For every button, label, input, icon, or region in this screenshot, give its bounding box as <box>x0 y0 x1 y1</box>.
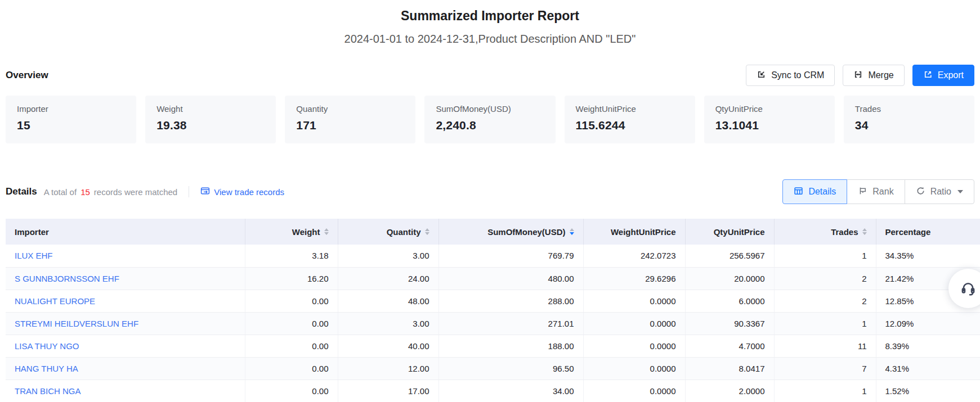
importer-link[interactable]: TRAN BICH NGA <box>15 386 81 396</box>
cell-quantity: 3.00 <box>338 245 438 267</box>
cell-qtyunitprice: 256.5967 <box>685 245 774 267</box>
cell-weight: 0.00 <box>245 290 338 312</box>
cell-sumofmoney: 271.01 <box>438 312 583 335</box>
importer-link[interactable]: STREYMI HEILDVERSLUN EHF <box>15 319 138 328</box>
table-row: HANG THUY HA 0.00 12.00 96.50 0.0000 8.0… <box>6 357 980 380</box>
cell-weightunitprice: 29.6296 <box>583 267 685 290</box>
export-label: Export <box>938 70 964 80</box>
cell-percentage: 4.31% <box>876 357 980 380</box>
table-row: STREYMI HEILDVERSLUN EHF 0.00 3.00 271.0… <box>6 312 980 335</box>
stat-value: 34 <box>855 119 963 132</box>
table-icon <box>794 186 803 198</box>
table-row: TRAN BICH NGA 0.00 17.00 34.00 0.0000 2.… <box>6 380 980 402</box>
rank-icon <box>858 186 867 198</box>
stat-card-qtyunitprice: QtyUnitPrice 13.1041 <box>704 96 835 143</box>
cell-weightunitprice: 242.0723 <box>583 245 685 267</box>
sync-icon <box>757 70 766 82</box>
sort-caret-icon[interactable] <box>324 228 329 235</box>
cell-weightunitprice: 0.0000 <box>583 290 685 312</box>
cell-percentage: 1.52% <box>876 380 980 402</box>
table-row: ILUX EHF 3.18 3.00 769.79 242.0723 256.5… <box>6 245 980 267</box>
cell-trades: 2 <box>774 290 876 312</box>
cell-qtyunitprice: 20.0000 <box>685 267 774 290</box>
vertical-divider <box>189 186 189 197</box>
stat-value: 19.38 <box>156 119 265 132</box>
importer-link[interactable]: HANG THUY HA <box>15 364 78 373</box>
view-switcher: Details Rank Ratio <box>782 179 974 204</box>
importer-link[interactable]: LISA THUY NGO <box>15 341 79 351</box>
match-summary-suffix: records were matched <box>94 187 177 197</box>
column-label: Importer <box>15 227 49 237</box>
table-row: S GUNNBJORNSSON EHF 16.20 24.00 480.00 2… <box>6 267 980 290</box>
cell-quantity: 40.00 <box>338 335 438 357</box>
importer-link[interactable]: ILUX EHF <box>15 251 53 260</box>
stat-value: 13.1041 <box>715 119 824 132</box>
caret-down-icon <box>957 190 963 193</box>
cell-trades: 1 <box>774 245 876 267</box>
importer-link[interactable]: S GUNNBJORNSSON EHF <box>15 274 119 283</box>
tab-details[interactable]: Details <box>782 179 847 204</box>
page-subtitle: 2024-01-01 to 2024-12-31,Product Descrip… <box>0 33 980 46</box>
cell-trades: 2 <box>774 267 876 290</box>
cell-sumofmoney: 480.00 <box>438 267 583 290</box>
details-heading: Details <box>6 186 37 197</box>
sync-to-crm-button[interactable]: Sync to CRM <box>746 65 835 86</box>
view-trade-records-label: View trade records <box>214 187 284 197</box>
headset-icon <box>960 279 977 298</box>
details-bar: Details A total of 15 records were match… <box>6 179 974 204</box>
importer-table: Importer Weight Quantity SumOfMoney(USD)… <box>6 219 980 402</box>
overview-cards: Importer 15 Weight 19.38 Quantity 171 Su… <box>6 96 974 143</box>
column-header-weight[interactable]: Weight <box>245 219 338 245</box>
cell-qtyunitprice: 6.0000 <box>685 290 774 312</box>
stat-card-quantity: Quantity 171 <box>285 96 415 143</box>
cell-sumofmoney: 34.00 <box>438 380 583 402</box>
stat-label: Trades <box>855 104 963 114</box>
stat-card-weightunitprice: WeightUnitPrice 115.6244 <box>565 96 695 143</box>
sort-caret-icon[interactable] <box>570 228 574 235</box>
cell-weightunitprice: 0.0000 <box>583 380 685 402</box>
overview-heading: Overview <box>6 70 48 81</box>
sort-caret-icon[interactable] <box>425 228 429 235</box>
tab-ratio-label: Ratio <box>930 187 951 197</box>
column-header-weightunitprice: WeightUnitPrice <box>583 219 685 245</box>
stat-value: 2,240.8 <box>436 119 544 132</box>
importer-link[interactable]: NUALIGHT EUROPE <box>15 296 95 306</box>
cell-qtyunitprice: 2.0000 <box>685 380 774 402</box>
stat-card-trades: Trades 34 <box>844 96 974 143</box>
export-button[interactable]: Export <box>912 65 974 86</box>
details-summary: Details A total of 15 records were match… <box>6 186 284 197</box>
cell-weight: 16.20 <box>245 267 338 290</box>
tab-rank[interactable]: Rank <box>847 179 905 204</box>
table-header-row: Importer Weight Quantity SumOfMoney(USD)… <box>6 219 980 245</box>
cell-weight: 0.00 <box>245 357 338 380</box>
cell-sumofmoney: 188.00 <box>438 335 583 357</box>
cell-trades: 7 <box>774 357 876 380</box>
stat-label: SumOfMoney(USD) <box>436 104 544 114</box>
column-header-importer: Importer <box>6 219 245 245</box>
sort-caret-icon[interactable] <box>862 228 867 235</box>
tab-ratio[interactable]: Ratio <box>905 179 974 204</box>
cell-quantity: 17.00 <box>338 380 438 402</box>
cell-weight: 0.00 <box>245 380 338 402</box>
match-summary: A total of 15 records were matched <box>44 187 177 197</box>
stat-label: Importer <box>17 104 125 114</box>
cell-sumofmoney: 96.50 <box>438 357 583 380</box>
page-title: Summarized Importer Report <box>0 0 980 24</box>
stat-label: WeightUnitPrice <box>576 104 684 114</box>
view-trade-records-link[interactable]: View trade records <box>200 186 284 197</box>
column-header-qtyunitprice: QtyUnitPrice <box>685 219 774 245</box>
merge-button[interactable]: Merge <box>843 65 904 86</box>
column-header-sumofmoney[interactable]: SumOfMoney(USD) <box>438 219 583 245</box>
cell-weight: 0.00 <box>245 335 338 357</box>
cell-trades: 1 <box>774 312 876 335</box>
cell-trades: 1 <box>774 380 876 402</box>
table-row: LISA THUY NGO 0.00 40.00 188.00 0.0000 4… <box>6 335 980 357</box>
cell-weight: 3.18 <box>245 245 338 267</box>
stat-label: QtyUnitPrice <box>715 104 824 114</box>
column-label: Trades <box>831 227 858 237</box>
column-header-trades[interactable]: Trades <box>774 219 876 245</box>
merge-icon <box>853 70 863 82</box>
cell-weightunitprice: 0.0000 <box>583 335 685 357</box>
ratio-icon <box>916 186 925 198</box>
column-header-quantity[interactable]: Quantity <box>338 219 438 245</box>
